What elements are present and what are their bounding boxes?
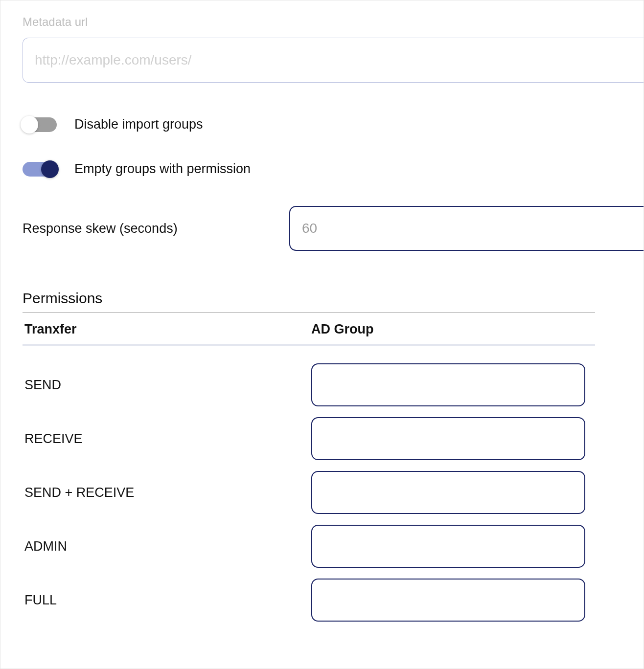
permissions-row-receive: RECEIVE — [23, 417, 595, 460]
toggle-row-disable-import-groups: Disable import groups — [23, 117, 644, 132]
permissions-row-full: FULL — [23, 579, 595, 622]
permissions-heading: Permissions — [23, 290, 595, 313]
permissions-table-body: SEND RECEIVE SEND + RECEIVE — [23, 346, 595, 622]
permission-label: SEND — [23, 378, 311, 393]
permissions-row-admin: ADMIN — [23, 525, 595, 568]
ad-group-input-send[interactable] — [311, 363, 585, 406]
empty-groups-with-permission-label: Empty groups with permission — [74, 161, 251, 177]
settings-form: Metadata url Disable import groups Empty… — [0, 0, 644, 669]
permissions-section: Permissions Tranxfer AD Group SEND RECEI… — [23, 290, 595, 622]
response-skew-input[interactable] — [289, 206, 644, 251]
disable-import-groups-label: Disable import groups — [74, 117, 203, 132]
permissions-table-header: Tranxfer AD Group — [23, 322, 595, 346]
disable-import-groups-toggle[interactable] — [23, 117, 57, 132]
metadata-url-input[interactable] — [23, 38, 644, 83]
permission-label: ADMIN — [23, 539, 311, 554]
response-skew-row: Response skew (seconds) — [23, 206, 644, 251]
toggle-thumb — [21, 116, 38, 134]
toggle-row-empty-groups: Empty groups with permission — [23, 161, 644, 177]
metadata-url-label: Metadata url — [23, 15, 644, 29]
permissions-col-ad-group: AD Group — [311, 322, 595, 337]
permission-label: FULL — [23, 593, 311, 608]
toggle-thumb — [41, 160, 59, 178]
ad-group-input-admin[interactable] — [311, 525, 585, 568]
permissions-row-send: SEND — [23, 363, 595, 406]
permissions-row-send-receive: SEND + RECEIVE — [23, 471, 595, 514]
permission-label: RECEIVE — [23, 431, 311, 446]
ad-group-input-send-receive[interactable] — [311, 471, 585, 514]
response-skew-label: Response skew (seconds) — [23, 221, 289, 236]
permission-label: SEND + RECEIVE — [23, 485, 311, 500]
ad-group-input-full[interactable] — [311, 579, 585, 622]
empty-groups-with-permission-toggle[interactable] — [23, 162, 57, 177]
permissions-col-tranxfer: Tranxfer — [23, 322, 311, 337]
permissions-table: Tranxfer AD Group SEND RECEIVE — [23, 322, 595, 622]
ad-group-input-receive[interactable] — [311, 417, 585, 460]
